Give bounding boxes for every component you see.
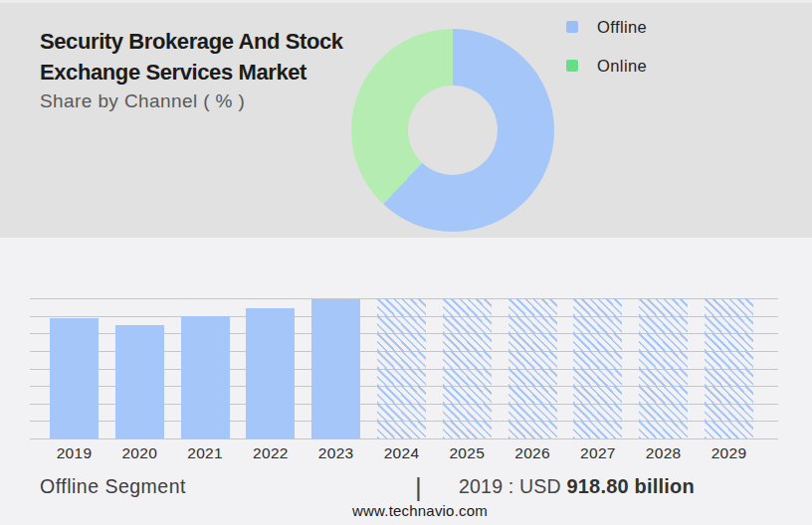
- bar-2028: [639, 298, 688, 438]
- bar-2023: [311, 299, 360, 438]
- market-value: 2019 : USD 918.80 billion: [459, 475, 695, 498]
- x-tick-2025: 2025: [449, 444, 485, 462]
- donut-hole: [408, 86, 498, 175]
- x-tick-2026: 2026: [514, 444, 550, 462]
- channel-legend: Offline Online: [566, 19, 647, 96]
- x-tick-2024: 2024: [384, 444, 420, 462]
- page-subtitle: Share by Channel ( % ): [40, 90, 245, 112]
- legend-item-online: Online: [566, 58, 647, 74]
- year-axis: 2019202020212022202320242025202620272028…: [0, 444, 812, 464]
- bar-2024: [377, 298, 426, 438]
- donut-chart: [351, 29, 554, 232]
- x-tick-2029: 2029: [711, 444, 747, 462]
- x-tick-2023: 2023: [318, 444, 354, 462]
- x-tick-2028: 2028: [646, 444, 682, 462]
- x-tick-2019: 2019: [57, 444, 93, 462]
- page-title: Security Brokerage And Stock Exchange Se…: [40, 26, 373, 88]
- market-value-amount: 918.80 billion: [566, 475, 694, 497]
- x-tick-2020: 2020: [121, 444, 157, 462]
- bar-2019: [50, 318, 99, 438]
- bar-2021: [181, 316, 230, 438]
- infographic-page: Security Brokerage And Stock Exchange Se…: [0, 0, 812, 525]
- bar-2026: [508, 298, 557, 438]
- offline-swatch-icon: [566, 21, 578, 33]
- legend-label: Online: [597, 57, 647, 76]
- bar-2027: [573, 298, 622, 438]
- segment-label: Offline Segment: [40, 475, 186, 498]
- share-by-channel-panel: Security Brokerage And Stock Exchange Se…: [0, 0, 812, 238]
- legend-label: Offline: [597, 18, 647, 37]
- legend-item-offline: Offline: [566, 19, 647, 35]
- bar-2022: [246, 308, 295, 438]
- market-size-panel: 2019202020212022202320242025202620272028…: [0, 238, 812, 525]
- market-value-prefix: 2019 : USD: [459, 475, 566, 497]
- x-tick-2027: 2027: [580, 444, 616, 462]
- website-url: www.technavio.com: [352, 502, 488, 519]
- bar-2025: [443, 298, 492, 438]
- separator-bar: |: [415, 472, 422, 503]
- bar-2020: [115, 325, 164, 438]
- online-swatch-icon: [566, 60, 578, 72]
- x-tick-2021: 2021: [187, 444, 223, 462]
- bar-2029: [705, 298, 753, 438]
- x-tick-2022: 2022: [253, 444, 289, 462]
- bar-plot: [30, 298, 778, 439]
